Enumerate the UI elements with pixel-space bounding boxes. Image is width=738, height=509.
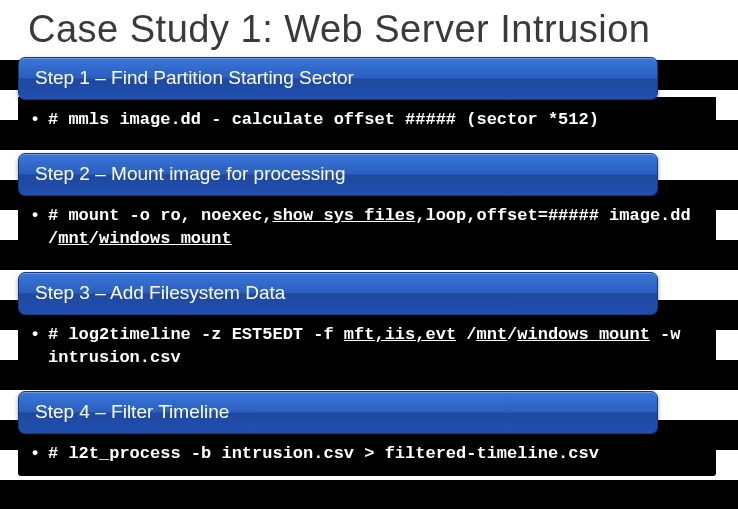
step-4-command: # l2t_process -b intrusion.csv > filtere… — [48, 444, 599, 463]
step-3-body: • # log2timeline -z EST5EDT -f mft,iis,e… — [18, 312, 716, 380]
bullet-icon: • — [30, 324, 40, 347]
bullet-icon: • — [30, 109, 40, 132]
step-4-body: • # l2t_process -b intrusion.csv > filte… — [18, 431, 716, 476]
step-4-header: Step 4 – Filter Timeline — [18, 391, 658, 434]
slide-title: Case Study 1: Web Server Intrusion — [0, 0, 738, 57]
step-2-command: # mount -o ro, noexec,show_sys_files,loo… — [48, 206, 691, 248]
bullet-icon: • — [30, 205, 40, 228]
bullet-icon: • — [30, 443, 40, 466]
step-1-header: Step 1 – Find Partition Starting Sector — [18, 57, 658, 100]
step-3-header: Step 3 – Add Filesystem Data — [18, 272, 658, 315]
step-1-command: # mmls image.dd - calculate offset #####… — [48, 110, 599, 129]
step-2-header: Step 2 – Mount image for processing — [18, 153, 658, 196]
step-1-body: • # mmls image.dd - calculate offset ###… — [18, 97, 716, 142]
step-2-body: • # mount -o ro, noexec,show_sys_files,l… — [18, 193, 716, 261]
step-3-command: # log2timeline -z EST5EDT -f mft,iis,evt… — [48, 325, 681, 367]
steps-container: Step 1 – Find Partition Starting Sector … — [0, 57, 738, 497]
